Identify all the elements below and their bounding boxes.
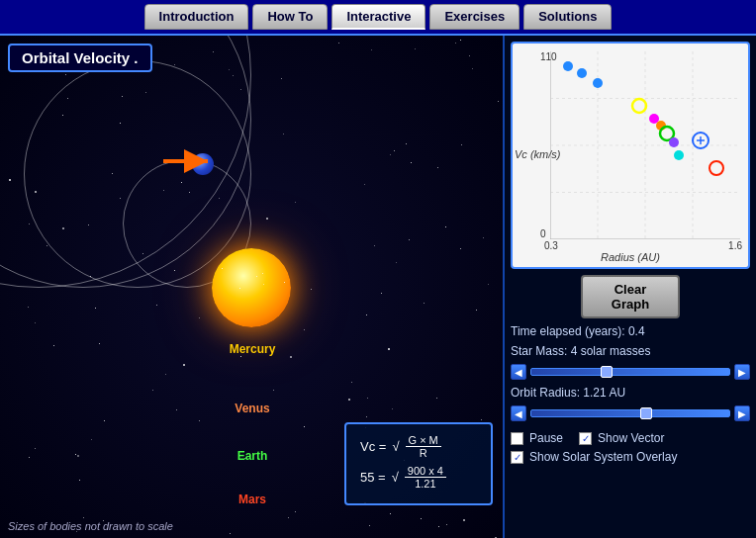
- navigation-bar: Introduction How To Interactive Exercise…: [0, 0, 756, 36]
- orbit-radius-increase-btn[interactable]: ▶: [734, 405, 750, 421]
- star: [281, 78, 282, 79]
- star: [240, 89, 241, 90]
- star: [62, 227, 64, 229]
- star-mass-decrease-btn[interactable]: ◀: [511, 364, 526, 380]
- svg-point-18: [674, 150, 684, 160]
- x-max-label: 1.6: [728, 240, 742, 251]
- star: [91, 439, 92, 440]
- star: [199, 317, 200, 318]
- graph-container: Vc (km/s) 110 0 0.3 1.6: [511, 42, 750, 269]
- show-vector-label: Show Vector: [598, 431, 664, 445]
- formula-line-1: Vc = √ G × M R: [360, 434, 477, 459]
- svg-point-12: [593, 78, 603, 88]
- svg-point-11: [577, 68, 587, 78]
- orbit-radius-decrease-btn[interactable]: ◀: [511, 405, 526, 421]
- star: [388, 348, 390, 350]
- star: [421, 518, 422, 519]
- svg-point-13: [632, 99, 646, 113]
- svg-point-17: [669, 137, 679, 147]
- star: [174, 270, 175, 271]
- star: [348, 399, 350, 401]
- star: [461, 144, 462, 145]
- star: [364, 184, 365, 185]
- star: [295, 511, 296, 512]
- star: [183, 364, 185, 366]
- star: [438, 526, 439, 527]
- star-mass-track[interactable]: [530, 368, 730, 376]
- star: [415, 48, 416, 49]
- vc-label: Vc =: [360, 439, 386, 454]
- star: [273, 390, 274, 391]
- star: [240, 356, 241, 357]
- star: [103, 520, 104, 521]
- space-simulation-panel: // Generate stars inline after DOM ready…: [0, 36, 505, 538]
- star: [366, 416, 367, 417]
- star: [28, 307, 29, 308]
- star: [476, 310, 477, 311]
- star: [463, 519, 465, 521]
- star: [311, 289, 312, 290]
- star: [266, 218, 268, 220]
- formula-line-2: 55 = √ 900 x 4 1.21: [360, 465, 477, 490]
- info-section: Time elapsed (years): 0.4 Star Mass: 4 s…: [511, 324, 750, 464]
- star-mass-increase-btn[interactable]: ▶: [734, 364, 750, 380]
- tab-solutions[interactable]: Solutions: [523, 4, 612, 30]
- label-venus: Venus: [235, 402, 269, 415]
- star: [338, 43, 339, 44]
- show-vector-checkbox[interactable]: ✓: [579, 432, 592, 445]
- star: [304, 329, 305, 330]
- formula-fraction-2: 900 x 4 1.21: [405, 465, 446, 490]
- x-min-label: 0.3: [544, 240, 558, 251]
- pause-label: Pause: [529, 431, 563, 445]
- orbit-radius-track[interactable]: [530, 409, 730, 417]
- star: [488, 284, 489, 285]
- sun: [212, 248, 291, 327]
- star: [77, 455, 79, 457]
- star: [288, 517, 289, 518]
- star: [455, 43, 456, 44]
- star: [75, 454, 76, 455]
- formula-numerator-2: 900 x 4: [405, 465, 446, 478]
- star: [304, 426, 305, 427]
- formula-fraction-1: G × M R: [406, 434, 441, 459]
- sqrt-symbol-2: √: [392, 470, 399, 485]
- star: [9, 179, 11, 181]
- clear-graph-button[interactable]: Clear Graph: [581, 275, 680, 318]
- star: [35, 448, 36, 449]
- pause-checkbox-row[interactable]: Pause ✓ Show Vector: [511, 431, 750, 445]
- orbit-radius-row: Orbit Radius: 1.21 AU: [511, 386, 750, 400]
- star: [29, 224, 30, 224]
- star: [390, 154, 391, 155]
- tab-exercises[interactable]: Exercises: [429, 4, 520, 30]
- star: [436, 398, 437, 399]
- star: [251, 502, 252, 503]
- star: [392, 408, 393, 409]
- star: [79, 480, 80, 481]
- star: [472, 68, 473, 69]
- tab-interactive[interactable]: Interactive: [331, 4, 425, 30]
- star: [371, 49, 372, 50]
- star: [156, 305, 157, 306]
- star: [366, 314, 367, 315]
- star: [411, 162, 412, 163]
- tab-introduction[interactable]: Introduction: [144, 4, 249, 30]
- star: [120, 123, 121, 124]
- star: [390, 513, 391, 514]
- star: [176, 409, 177, 410]
- title-text: Orbital Velocity .: [22, 49, 139, 66]
- show-solar-checkbox-row[interactable]: ✓ Show Solar System Overlay: [511, 450, 750, 464]
- pause-checkbox[interactable]: [511, 432, 523, 445]
- star: [199, 420, 200, 421]
- svg-point-22: [709, 161, 723, 175]
- star: [406, 143, 407, 144]
- star: [142, 253, 143, 254]
- right-panel: Vc (km/s) 110 0 0.3 1.6: [505, 36, 756, 538]
- tab-how-to[interactable]: How To: [252, 4, 328, 30]
- show-solar-checkbox[interactable]: ✓: [511, 451, 523, 464]
- star: [445, 226, 446, 227]
- star: [374, 245, 375, 246]
- star: [381, 293, 382, 294]
- scale-note: Sizes of bodies not drawn to scale: [8, 520, 173, 532]
- star: [498, 101, 499, 102]
- star: [35, 322, 36, 323]
